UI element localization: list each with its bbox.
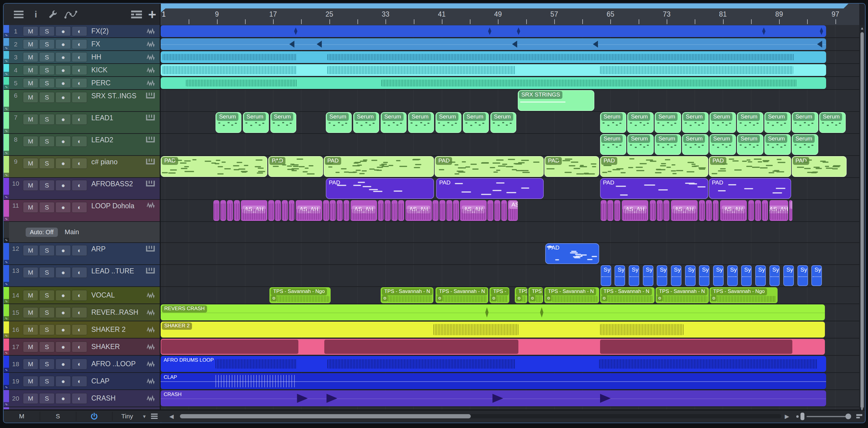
solo-button[interactable]: S bbox=[39, 65, 55, 75]
add-track-icon[interactable]: + bbox=[145, 4, 159, 25]
mute-button[interactable]: M bbox=[23, 245, 38, 256]
power-button[interactable] bbox=[76, 410, 112, 422]
clip-tps[interactable]: TPS -⚙ bbox=[490, 287, 509, 303]
track-header-crash[interactable]: ∿20MS●◐CRASH bbox=[4, 390, 160, 407]
mute-button[interactable]: M bbox=[23, 324, 38, 335]
track-header-fx[interactable]: ∿2MS●◐FX bbox=[4, 38, 160, 51]
record-arm-button[interactable]: ● bbox=[56, 307, 71, 318]
zoom-in-dot[interactable] bbox=[845, 414, 851, 419]
mute-button[interactable]: M bbox=[23, 78, 38, 88]
clip[interactable] bbox=[762, 200, 768, 221]
monitor-button[interactable]: ◐ bbox=[72, 136, 87, 147]
clip-sy[interactable]: Sy bbox=[629, 265, 639, 286]
clip-clap[interactable]: CLAP bbox=[161, 373, 826, 389]
clip-tps-savannah-n[interactable]: TPS - Savannah - N⚙ bbox=[435, 287, 488, 303]
monitor-button[interactable]: ◐ bbox=[72, 393, 87, 404]
track-header-loop-dohola[interactable]: ∿11MS●◐LOOP Dohola bbox=[4, 200, 160, 222]
clip-as-ah[interactable]: AS_AH bbox=[405, 200, 432, 221]
arrange-row-lead-ture[interactable] bbox=[161, 265, 859, 287]
track-color-strip[interactable]: ∿ bbox=[4, 38, 9, 50]
clip-sy[interactable]: Sy bbox=[643, 265, 653, 286]
clip-serum[interactable]: Serum bbox=[682, 134, 708, 155]
clip[interactable] bbox=[607, 200, 613, 221]
clip-sy[interactable]: Sy bbox=[727, 265, 738, 286]
clip[interactable] bbox=[601, 200, 607, 221]
automation-expand-icon[interactable]: ∿ bbox=[4, 129, 9, 133]
monitor-button[interactable]: ◐ bbox=[72, 92, 87, 103]
clip-serum[interactable]: Serum bbox=[381, 112, 407, 133]
clip[interactable] bbox=[161, 77, 826, 89]
automation-expand-icon[interactable]: ∿ bbox=[4, 299, 9, 304]
mute-all-button[interactable]: M bbox=[4, 410, 40, 422]
clip-serum[interactable]: Serum bbox=[655, 134, 681, 155]
track-color-strip[interactable]: ∿ bbox=[4, 51, 9, 63]
record-arm-button[interactable]: ● bbox=[56, 52, 71, 62]
clip[interactable] bbox=[161, 51, 826, 63]
clip-pad[interactable]: PAD bbox=[544, 156, 599, 177]
clip[interactable] bbox=[699, 200, 705, 221]
mute-button[interactable]: M bbox=[23, 26, 38, 36]
automation-expand-icon[interactable]: ∿ bbox=[4, 260, 9, 264]
mute-button[interactable]: M bbox=[23, 39, 38, 49]
clip-serum[interactable]: Serum bbox=[682, 112, 708, 133]
clip-as-ah[interactable]: AS_AH bbox=[720, 200, 747, 221]
clip-tps-savannah-ngo[interactable]: TPS - Savannah - Ngo⚙ bbox=[270, 287, 331, 303]
clip-serum[interactable]: Serum bbox=[216, 112, 241, 133]
automation-expand-icon[interactable]: ∿ bbox=[4, 238, 9, 242]
clip-serum[interactable]: Serum bbox=[326, 112, 352, 133]
mute-button[interactable]: M bbox=[23, 307, 38, 318]
automation-expand-icon[interactable]: ∿ bbox=[4, 33, 9, 37]
mute-button[interactable]: M bbox=[23, 136, 38, 147]
horizontal-scroll-thumb[interactable] bbox=[180, 414, 471, 418]
clip-as-ah[interactable]: AS_AH bbox=[350, 200, 377, 221]
clip-shaker-2[interactable]: SHAKER 2 bbox=[161, 322, 825, 338]
record-arm-button[interactable]: ● bbox=[56, 324, 71, 335]
monitor-button[interactable]: ◐ bbox=[72, 114, 87, 125]
clip[interactable] bbox=[755, 200, 761, 221]
clip[interactable] bbox=[378, 200, 384, 221]
clip[interactable] bbox=[227, 200, 233, 221]
track-header-afrobass2[interactable]: ∿10MS●◐AFROBASS2 bbox=[4, 178, 160, 200]
track-row-partial[interactable] bbox=[4, 407, 160, 410]
clip-serum[interactable]: Serum bbox=[792, 134, 818, 155]
solo-button[interactable]: S bbox=[39, 26, 55, 36]
automation-expand-icon[interactable]: ∿ bbox=[4, 59, 9, 63]
scroll-down-icon[interactable]: ▼ bbox=[859, 407, 865, 411]
mute-button[interactable]: M bbox=[23, 290, 38, 301]
clip-sy[interactable]: Sy bbox=[783, 265, 794, 286]
solo-button[interactable]: S bbox=[39, 114, 55, 125]
clip[interactable] bbox=[748, 200, 754, 221]
track-color-strip[interactable]: ∿ bbox=[4, 222, 9, 242]
record-arm-button[interactable]: ● bbox=[56, 78, 71, 88]
automation-expand-icon[interactable]: ∿ bbox=[4, 85, 9, 89]
mute-button[interactable]: M bbox=[23, 158, 38, 169]
solo-button[interactable]: S bbox=[39, 180, 55, 191]
record-arm-button[interactable]: ● bbox=[56, 290, 71, 301]
auto-mode-button[interactable]: Auto: Off bbox=[25, 227, 58, 237]
zoom-slider-track[interactable] bbox=[807, 416, 847, 417]
mute-button[interactable]: M bbox=[23, 114, 38, 125]
clip-serum[interactable]: Serum bbox=[764, 112, 790, 133]
mute-button[interactable]: M bbox=[23, 202, 38, 213]
clip-sy[interactable]: Sy bbox=[741, 265, 752, 286]
mute-button[interactable]: M bbox=[23, 376, 38, 387]
automation-expand-icon[interactable]: ∿ bbox=[4, 282, 9, 286]
clip[interactable] bbox=[275, 200, 281, 221]
clip[interactable] bbox=[713, 200, 719, 221]
clip-tps-savannah-n[interactable]: TPS - Savannah - N⚙ bbox=[655, 287, 709, 303]
clip-sy[interactable]: Sy bbox=[657, 265, 667, 286]
track-header-srx-st-ings[interactable]: ∿6MS●◐SRX ST..INGS bbox=[4, 90, 160, 112]
clip-as-ah[interactable]: AS_AH bbox=[770, 200, 788, 221]
clip-afro-drums-loop[interactable]: AFRO DRUMS LOOP bbox=[161, 356, 826, 372]
clip-serum[interactable]: Serum bbox=[463, 112, 489, 133]
clip-serum[interactable]: Serum bbox=[435, 112, 461, 133]
solo-button[interactable]: S bbox=[39, 136, 55, 147]
record-arm-button[interactable]: ● bbox=[56, 136, 71, 147]
mute-button[interactable]: M bbox=[23, 92, 38, 103]
clip-as-ah[interactable]: AS_AH bbox=[460, 200, 487, 221]
clip-serum[interactable]: Serum bbox=[819, 112, 845, 133]
automation-expand-icon[interactable]: ∿ bbox=[4, 333, 9, 338]
clip[interactable] bbox=[344, 200, 350, 221]
clip-serum[interactable]: Serum bbox=[764, 134, 790, 155]
clip-serum[interactable]: Serum bbox=[710, 112, 736, 133]
